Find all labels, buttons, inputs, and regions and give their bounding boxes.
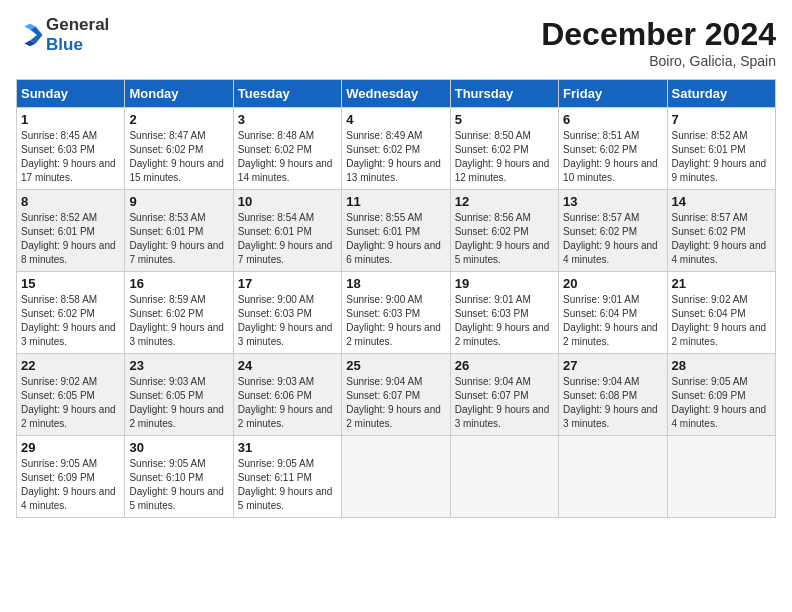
weekday-header-tuesday: Tuesday xyxy=(233,80,341,108)
calendar-cell: 23Sunrise: 9:03 AMSunset: 6:05 PMDayligh… xyxy=(125,354,233,436)
day-info: Sunrise: 8:56 AMSunset: 6:02 PMDaylight:… xyxy=(455,211,554,267)
weekday-header-saturday: Saturday xyxy=(667,80,775,108)
day-number: 9 xyxy=(129,194,228,209)
day-info: Sunrise: 9:04 AMSunset: 6:07 PMDaylight:… xyxy=(346,375,445,431)
location: Boiro, Galicia, Spain xyxy=(541,53,776,69)
calendar-cell: 1Sunrise: 8:45 AMSunset: 6:03 PMDaylight… xyxy=(17,108,125,190)
page-header: General Blue December 2024 Boiro, Galici… xyxy=(16,16,776,69)
day-info: Sunrise: 8:52 AMSunset: 6:01 PMDaylight:… xyxy=(672,129,771,185)
calendar-week-4: 22Sunrise: 9:02 AMSunset: 6:05 PMDayligh… xyxy=(17,354,776,436)
day-number: 21 xyxy=(672,276,771,291)
calendar-cell: 14Sunrise: 8:57 AMSunset: 6:02 PMDayligh… xyxy=(667,190,775,272)
calendar-table: SundayMondayTuesdayWednesdayThursdayFrid… xyxy=(16,79,776,518)
day-info: Sunrise: 9:03 AMSunset: 6:06 PMDaylight:… xyxy=(238,375,337,431)
day-info: Sunrise: 8:59 AMSunset: 6:02 PMDaylight:… xyxy=(129,293,228,349)
day-info: Sunrise: 9:05 AMSunset: 6:09 PMDaylight:… xyxy=(21,457,120,513)
day-number: 26 xyxy=(455,358,554,373)
calendar-cell: 8Sunrise: 8:52 AMSunset: 6:01 PMDaylight… xyxy=(17,190,125,272)
day-info: Sunrise: 9:02 AMSunset: 6:05 PMDaylight:… xyxy=(21,375,120,431)
day-number: 11 xyxy=(346,194,445,209)
calendar-cell: 22Sunrise: 9:02 AMSunset: 6:05 PMDayligh… xyxy=(17,354,125,436)
calendar-cell xyxy=(559,436,667,518)
day-number: 31 xyxy=(238,440,337,455)
day-info: Sunrise: 8:49 AMSunset: 6:02 PMDaylight:… xyxy=(346,129,445,185)
day-info: Sunrise: 9:02 AMSunset: 6:04 PMDaylight:… xyxy=(672,293,771,349)
day-number: 14 xyxy=(672,194,771,209)
day-number: 1 xyxy=(21,112,120,127)
day-number: 27 xyxy=(563,358,662,373)
day-info: Sunrise: 9:01 AMSunset: 6:04 PMDaylight:… xyxy=(563,293,662,349)
month-title: December 2024 xyxy=(541,16,776,53)
day-info: Sunrise: 9:03 AMSunset: 6:05 PMDaylight:… xyxy=(129,375,228,431)
day-number: 24 xyxy=(238,358,337,373)
day-number: 10 xyxy=(238,194,337,209)
calendar-cell: 13Sunrise: 8:57 AMSunset: 6:02 PMDayligh… xyxy=(559,190,667,272)
day-number: 17 xyxy=(238,276,337,291)
day-number: 6 xyxy=(563,112,662,127)
day-info: Sunrise: 9:00 AMSunset: 6:03 PMDaylight:… xyxy=(346,293,445,349)
day-info: Sunrise: 8:55 AMSunset: 6:01 PMDaylight:… xyxy=(346,211,445,267)
weekday-header-friday: Friday xyxy=(559,80,667,108)
day-info: Sunrise: 8:53 AMSunset: 6:01 PMDaylight:… xyxy=(129,211,228,267)
calendar-cell: 4Sunrise: 8:49 AMSunset: 6:02 PMDaylight… xyxy=(342,108,450,190)
calendar-week-5: 29Sunrise: 9:05 AMSunset: 6:09 PMDayligh… xyxy=(17,436,776,518)
weekday-header-wednesday: Wednesday xyxy=(342,80,450,108)
calendar-cell: 29Sunrise: 9:05 AMSunset: 6:09 PMDayligh… xyxy=(17,436,125,518)
day-number: 30 xyxy=(129,440,228,455)
day-number: 28 xyxy=(672,358,771,373)
logo-icon xyxy=(16,21,44,49)
day-info: Sunrise: 8:47 AMSunset: 6:02 PMDaylight:… xyxy=(129,129,228,185)
calendar-cell: 7Sunrise: 8:52 AMSunset: 6:01 PMDaylight… xyxy=(667,108,775,190)
calendar-cell: 5Sunrise: 8:50 AMSunset: 6:02 PMDaylight… xyxy=(450,108,558,190)
calendar-cell: 2Sunrise: 8:47 AMSunset: 6:02 PMDaylight… xyxy=(125,108,233,190)
calendar-cell: 6Sunrise: 8:51 AMSunset: 6:02 PMDaylight… xyxy=(559,108,667,190)
day-number: 18 xyxy=(346,276,445,291)
day-info: Sunrise: 8:45 AMSunset: 6:03 PMDaylight:… xyxy=(21,129,120,185)
day-info: Sunrise: 9:05 AMSunset: 6:11 PMDaylight:… xyxy=(238,457,337,513)
day-number: 13 xyxy=(563,194,662,209)
calendar-cell xyxy=(342,436,450,518)
calendar-cell: 3Sunrise: 8:48 AMSunset: 6:02 PMDaylight… xyxy=(233,108,341,190)
logo: General Blue xyxy=(16,16,109,55)
calendar-cell: 24Sunrise: 9:03 AMSunset: 6:06 PMDayligh… xyxy=(233,354,341,436)
day-number: 2 xyxy=(129,112,228,127)
weekday-header-thursday: Thursday xyxy=(450,80,558,108)
day-number: 4 xyxy=(346,112,445,127)
day-number: 15 xyxy=(21,276,120,291)
calendar-cell: 11Sunrise: 8:55 AMSunset: 6:01 PMDayligh… xyxy=(342,190,450,272)
day-number: 16 xyxy=(129,276,228,291)
calendar-cell: 16Sunrise: 8:59 AMSunset: 6:02 PMDayligh… xyxy=(125,272,233,354)
day-info: Sunrise: 8:57 AMSunset: 6:02 PMDaylight:… xyxy=(563,211,662,267)
calendar-cell: 26Sunrise: 9:04 AMSunset: 6:07 PMDayligh… xyxy=(450,354,558,436)
calendar-cell: 20Sunrise: 9:01 AMSunset: 6:04 PMDayligh… xyxy=(559,272,667,354)
calendar-cell: 31Sunrise: 9:05 AMSunset: 6:11 PMDayligh… xyxy=(233,436,341,518)
logo-blue-text: Blue xyxy=(46,35,109,55)
calendar-cell: 9Sunrise: 8:53 AMSunset: 6:01 PMDaylight… xyxy=(125,190,233,272)
calendar-cell xyxy=(450,436,558,518)
calendar-cell: 12Sunrise: 8:56 AMSunset: 6:02 PMDayligh… xyxy=(450,190,558,272)
day-number: 22 xyxy=(21,358,120,373)
calendar-cell: 21Sunrise: 9:02 AMSunset: 6:04 PMDayligh… xyxy=(667,272,775,354)
day-number: 23 xyxy=(129,358,228,373)
calendar-cell: 27Sunrise: 9:04 AMSunset: 6:08 PMDayligh… xyxy=(559,354,667,436)
weekday-header-row: SundayMondayTuesdayWednesdayThursdayFrid… xyxy=(17,80,776,108)
calendar-week-3: 15Sunrise: 8:58 AMSunset: 6:02 PMDayligh… xyxy=(17,272,776,354)
title-section: December 2024 Boiro, Galicia, Spain xyxy=(541,16,776,69)
day-number: 25 xyxy=(346,358,445,373)
day-info: Sunrise: 8:51 AMSunset: 6:02 PMDaylight:… xyxy=(563,129,662,185)
day-number: 3 xyxy=(238,112,337,127)
weekday-header-sunday: Sunday xyxy=(17,80,125,108)
day-info: Sunrise: 8:57 AMSunset: 6:02 PMDaylight:… xyxy=(672,211,771,267)
day-info: Sunrise: 8:48 AMSunset: 6:02 PMDaylight:… xyxy=(238,129,337,185)
weekday-header-monday: Monday xyxy=(125,80,233,108)
day-info: Sunrise: 9:05 AMSunset: 6:10 PMDaylight:… xyxy=(129,457,228,513)
day-info: Sunrise: 8:54 AMSunset: 6:01 PMDaylight:… xyxy=(238,211,337,267)
calendar-week-2: 8Sunrise: 8:52 AMSunset: 6:01 PMDaylight… xyxy=(17,190,776,272)
calendar-cell: 25Sunrise: 9:04 AMSunset: 6:07 PMDayligh… xyxy=(342,354,450,436)
day-info: Sunrise: 8:50 AMSunset: 6:02 PMDaylight:… xyxy=(455,129,554,185)
calendar-cell xyxy=(667,436,775,518)
calendar-cell: 28Sunrise: 9:05 AMSunset: 6:09 PMDayligh… xyxy=(667,354,775,436)
calendar-cell: 19Sunrise: 9:01 AMSunset: 6:03 PMDayligh… xyxy=(450,272,558,354)
calendar-cell: 17Sunrise: 9:00 AMSunset: 6:03 PMDayligh… xyxy=(233,272,341,354)
calendar-cell: 15Sunrise: 8:58 AMSunset: 6:02 PMDayligh… xyxy=(17,272,125,354)
